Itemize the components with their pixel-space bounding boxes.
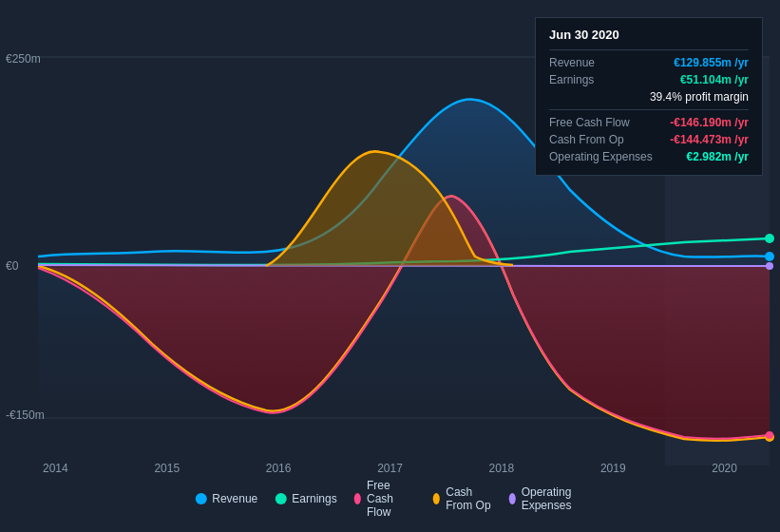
tooltip-row-earnings: Earnings €51.104m /yr bbox=[549, 71, 749, 88]
tooltip-row-opex: Operating Expenses €2.982m /yr bbox=[549, 148, 749, 165]
x-label-2016: 2016 bbox=[266, 462, 292, 475]
legend-dot-fcf bbox=[354, 493, 361, 504]
svg-point-4 bbox=[765, 252, 774, 261]
tooltip-row-fcf: Free Cash Flow -€146.190m /yr bbox=[549, 114, 749, 131]
legend-label-earnings: Earnings bbox=[292, 492, 336, 505]
tooltip-row-revenue: Revenue €129.855m /yr bbox=[549, 54, 749, 71]
legend-item-opex[interactable]: Operating Expenses bbox=[508, 485, 584, 512]
legend-item-revenue[interactable]: Revenue bbox=[195, 492, 257, 505]
svg-point-8 bbox=[766, 262, 773, 270]
x-axis-labels: 2014 2015 2016 2017 2018 2019 2020 bbox=[0, 462, 780, 475]
x-label-2019: 2019 bbox=[600, 462, 626, 475]
tooltip-value-fcf: -€146.190m /yr bbox=[670, 116, 749, 129]
tooltip-label-revenue: Revenue bbox=[549, 56, 595, 69]
legend-dot-opex bbox=[508, 493, 515, 504]
legend-label-opex: Operating Expenses bbox=[522, 485, 585, 512]
tooltip-label-fcf: Free Cash Flow bbox=[549, 116, 630, 129]
legend-label-cashop: Cash From Op bbox=[446, 485, 491, 512]
chart-container: €250m €0 -€150m 2014 2015 2016 2017 2018… bbox=[0, 0, 780, 532]
tooltip-label-cashop: Cash From Op bbox=[549, 133, 624, 146]
x-label-2018: 2018 bbox=[489, 462, 515, 475]
legend-item-cashop[interactable]: Cash From Op bbox=[433, 485, 491, 512]
tooltip-date: Jun 30 2020 bbox=[549, 28, 749, 42]
legend-dot-revenue bbox=[195, 493, 206, 504]
tooltip-margin: 39.4% profit margin bbox=[549, 88, 749, 105]
tooltip-value-cashop: -€144.473m /yr bbox=[670, 133, 749, 146]
tooltip-box: Jun 30 2020 Revenue €129.855m /yr Earnin… bbox=[535, 17, 763, 176]
tooltip-label-opex: Operating Expenses bbox=[549, 150, 653, 163]
svg-point-6 bbox=[766, 431, 773, 439]
tooltip-value-revenue: €129.855m /yr bbox=[674, 56, 749, 69]
x-label-2017: 2017 bbox=[377, 462, 403, 475]
svg-point-7 bbox=[765, 234, 774, 243]
x-label-2020: 2020 bbox=[712, 462, 737, 475]
legend-label-revenue: Revenue bbox=[212, 492, 257, 505]
y-label-bot: -€150m bbox=[6, 408, 45, 422]
tooltip-row-cashop: Cash From Op -€144.473m /yr bbox=[549, 131, 749, 148]
tooltip-value-earnings: €51.104m /yr bbox=[680, 73, 749, 86]
legend-dot-earnings bbox=[275, 493, 286, 504]
legend-label-fcf: Free Cash Flow bbox=[367, 479, 416, 519]
legend-item-earnings[interactable]: Earnings bbox=[275, 492, 336, 505]
x-label-2015: 2015 bbox=[154, 462, 180, 475]
legend-item-fcf[interactable]: Free Cash Flow bbox=[354, 479, 416, 519]
y-label-mid: €0 bbox=[6, 259, 18, 273]
legend-dot-cashop bbox=[433, 493, 440, 504]
y-label-top: €250m bbox=[6, 52, 41, 66]
tooltip-value-opex: €2.982m /yr bbox=[687, 150, 749, 163]
legend: Revenue Earnings Free Cash Flow Cash Fro… bbox=[195, 479, 585, 519]
tooltip-label-earnings: Earnings bbox=[549, 73, 594, 86]
x-label-2014: 2014 bbox=[43, 462, 68, 475]
